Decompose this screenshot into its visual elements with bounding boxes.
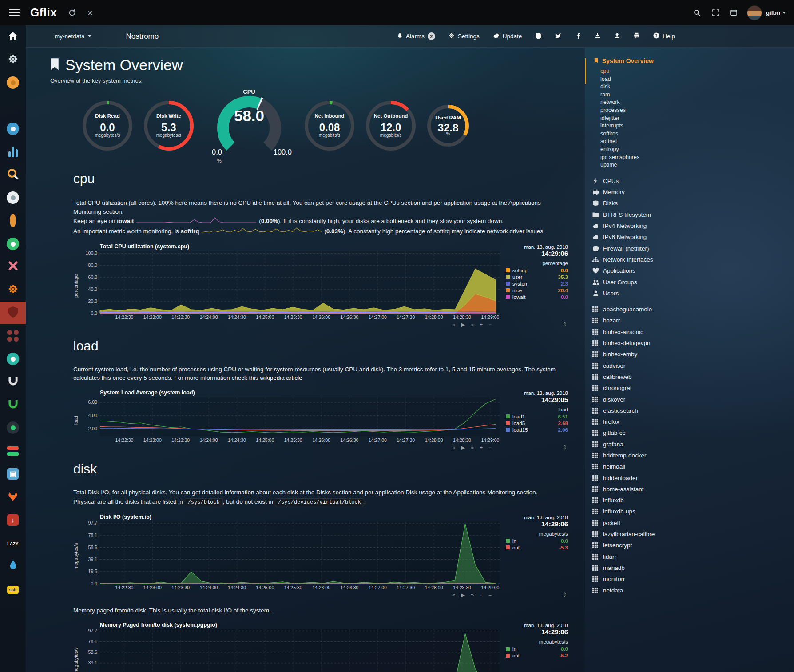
legend-nice[interactable]: nice20.4 (506, 288, 568, 293)
nav-container-heimdall[interactable]: heimdall (592, 461, 794, 472)
refresh-icon[interactable] (68, 9, 76, 16)
app-item-22[interactable]: ↓ (0, 509, 26, 532)
app-item-14[interactable] (0, 324, 26, 347)
app-item-1[interactable] (0, 25, 26, 48)
legend-load5[interactable]: load52.68 (506, 421, 568, 426)
chart-canvas[interactable]: 100.080.060.040.020.00.014:22:3014:23:00… (79, 251, 502, 321)
app-item-19[interactable] (0, 439, 26, 462)
print-button[interactable] (634, 32, 640, 40)
load-chart[interactable]: System Load Average (system.load) load 6… (73, 390, 576, 451)
zoom-out-icon[interactable]: − (488, 592, 492, 598)
nav-container-hddtemp-docker[interactable]: hddtemp-docker (592, 450, 794, 461)
legend-iowait[interactable]: iowait0.0 (506, 294, 568, 300)
gauge-disk-write[interactable]: Disk Write 5.3 megabytes/s (143, 100, 194, 151)
alarms-button[interactable]: Alarms 2 (397, 32, 435, 40)
app-item-3[interactable] (0, 72, 26, 95)
legend-out[interactable]: out-5.2 (506, 653, 568, 658)
nav-container-lazylibrarian-calibre[interactable]: lazylibrarian-calibre (592, 529, 794, 540)
nav-interrupts[interactable]: interrupts (600, 122, 794, 130)
legend-user[interactable]: user35.3 (506, 274, 568, 280)
facebook-button[interactable] (575, 32, 581, 40)
legend-load1[interactable]: load16.51 (506, 414, 568, 419)
chart-canvas[interactable]: 97.778.158.639.119.50.014:22:3014:23:001… (79, 629, 502, 672)
legend-load15[interactable]: load152.06 (506, 427, 568, 433)
app-item-4[interactable] (0, 94, 26, 117)
play-icon[interactable]: ▶ (461, 322, 465, 328)
nav-cpu[interactable]: cpu (600, 68, 794, 76)
nav-container-diskover[interactable]: diskover (592, 394, 794, 405)
nav-section-cpus[interactable]: CPUs (592, 175, 794, 187)
app-item-7[interactable] (0, 163, 26, 187)
nav-section-disks[interactable]: Disks (592, 198, 794, 209)
resize-handle-icon[interactable]: ⇕ (562, 444, 567, 451)
app-item-10[interactable] (0, 232, 26, 255)
app-item-6[interactable] (0, 140, 26, 163)
user-menu[interactable]: gilbn (766, 9, 786, 16)
help-button[interactable]: ? Help (653, 32, 675, 40)
memory-chart[interactable]: Memory Paged from/to disk (system.pgpgio… (73, 622, 576, 672)
export-button[interactable] (614, 32, 620, 40)
app-item-5[interactable] (0, 117, 26, 140)
close-tab-icon[interactable]: × (87, 8, 93, 18)
nav-section-btrfs-filesystem[interactable]: BTRFS filesystem (592, 209, 794, 220)
resize-handle-icon[interactable]: ⇕ (562, 592, 567, 598)
hamburger-menu-icon[interactable] (9, 9, 20, 16)
twitter-button[interactable] (555, 33, 562, 40)
zoom-in-icon[interactable]: + (480, 592, 483, 598)
nav-ram[interactable]: ram (600, 91, 794, 99)
nav-section-network-interfaces[interactable]: Network Interfaces (592, 254, 794, 265)
search-icon[interactable] (694, 9, 701, 16)
nav-container-apacheguacamole[interactable]: apacheguacamole (592, 304, 794, 315)
app-item-18[interactable] (0, 417, 26, 440)
pan-left-icon[interactable]: « (452, 445, 455, 451)
nav-container-netdata[interactable]: netdata (592, 585, 794, 596)
nav-container-gitlab-ce[interactable]: gitlab-ce (592, 427, 794, 438)
legend-out[interactable]: out-5.3 (506, 545, 568, 550)
app-item-24[interactable] (0, 554, 26, 577)
user-avatar[interactable] (747, 5, 762, 20)
nav-container-binhex-airsonic[interactable]: binhex-airsonic (592, 326, 794, 338)
zoom-out-icon[interactable]: − (488, 322, 492, 328)
nav-system-overview[interactable]: System Overview (594, 57, 794, 64)
nav-container-home-assistant[interactable]: home-assistant (592, 484, 794, 495)
nav-container-jackett[interactable]: jackett (592, 517, 794, 529)
app-item-21[interactable] (0, 485, 26, 509)
app-item-2[interactable] (0, 48, 26, 72)
gauge-net-outbound[interactable]: Net Outbound 12.0 megabits/s (365, 100, 416, 151)
nav-container-influxdb-ups[interactable]: influxdb-ups (592, 506, 794, 517)
nav-container-grafana[interactable]: grafana (592, 439, 794, 450)
nav-container-monitorr[interactable]: monitorr (592, 573, 794, 585)
nav-softirqs[interactable]: softirqs (600, 130, 794, 138)
gauge-cpu[interactable]: CPU 58.0 0.0 100.0 % (205, 88, 294, 163)
nav-network[interactable]: network (600, 99, 794, 107)
nav-section-firewall-netfilter-[interactable]: Firewall (netfilter) (592, 243, 794, 254)
pan-left-icon[interactable]: « (452, 592, 455, 598)
gauge-used-ram[interactable]: Used RAM 32.8 % (427, 104, 469, 147)
disk-chart[interactable]: Disk I/O (system.io) megabytes/s 97.778.… (73, 514, 576, 598)
nav-container-influxdb[interactable]: influxdb (592, 495, 794, 506)
settings-button[interactable]: Settings (449, 32, 480, 40)
nav-container-cadvisor[interactable]: cadvisor (592, 360, 794, 371)
cpu-chart[interactable]: Total CPU utilization (system.cpu) perce… (73, 243, 576, 328)
app-item-8[interactable] (0, 187, 26, 210)
nav-uptime[interactable]: uptime (600, 161, 794, 169)
legend-system[interactable]: system2.3 (506, 281, 568, 286)
host-dropdown[interactable]: my-netdata (55, 33, 91, 40)
legend-softirq[interactable]: softirq0.0 (506, 268, 568, 273)
play-icon[interactable]: ▶ (461, 445, 465, 451)
pan-right-icon[interactable]: » (471, 592, 474, 598)
nav-container-chronograf[interactable]: chronograf (592, 382, 794, 394)
nav-section-users[interactable]: Users (592, 288, 794, 299)
nav-load[interactable]: load (600, 76, 794, 84)
nav-container-calibreweb[interactable]: calibreweb (592, 371, 794, 382)
chart-canvas[interactable]: 97.778.158.639.119.50.014:22:3014:23:001… (79, 521, 502, 591)
zoom-in-icon[interactable]: + (480, 322, 483, 328)
app-item-25[interactable]: sab (0, 577, 26, 600)
play-icon[interactable]: ▶ (461, 592, 465, 598)
github-button[interactable] (535, 32, 542, 40)
app-item-16[interactable] (0, 370, 26, 394)
legend-in[interactable]: in0.0 (506, 538, 568, 544)
nav-ipc-semaphores[interactable]: ipc semaphores (600, 154, 794, 162)
zoom-in-icon[interactable]: + (480, 445, 483, 451)
pan-left-icon[interactable]: « (452, 322, 455, 328)
